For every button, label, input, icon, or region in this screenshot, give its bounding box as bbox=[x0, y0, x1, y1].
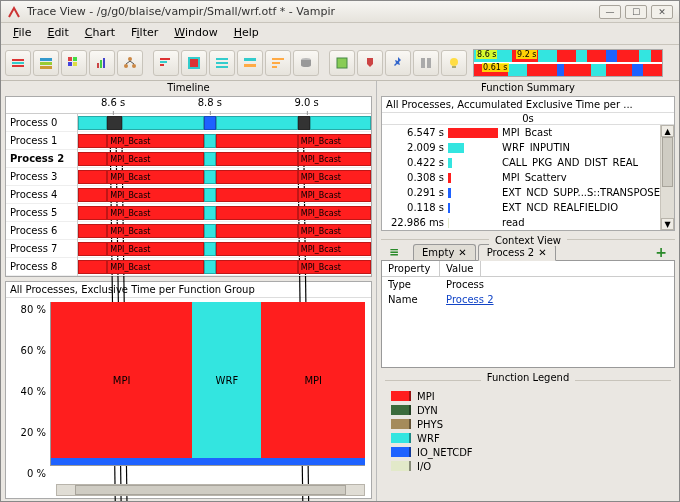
legend-item[interactable]: WRF bbox=[385, 431, 671, 445]
track-row[interactable]: MPI_BcastMPI_Bcast bbox=[78, 150, 371, 168]
trace-segment[interactable]: MPI_Bcast bbox=[298, 206, 371, 220]
trace-segment[interactable] bbox=[216, 260, 298, 274]
trace-segment[interactable] bbox=[204, 134, 216, 148]
trace-segment[interactable] bbox=[310, 116, 372, 130]
trace-segment[interactable] bbox=[216, 134, 298, 148]
trace-segment[interactable] bbox=[204, 242, 216, 256]
summary-row[interactable]: 0.118 s EXT_NCD_REALFIELDIO bbox=[382, 200, 660, 215]
track-row[interactable]: MPI_BcastMPI_Bcast bbox=[78, 132, 371, 150]
tool-compare-icon[interactable] bbox=[413, 50, 439, 76]
funcgroup-bar[interactable]: MPI bbox=[261, 302, 365, 458]
close-icon[interactable]: ✕ bbox=[538, 247, 546, 258]
trace-segment[interactable] bbox=[216, 188, 298, 202]
menu-file[interactable]: File bbox=[5, 23, 39, 44]
track-row[interactable]: MPI_BcastMPI_Bcast bbox=[78, 258, 371, 276]
funcgroup-bar[interactable]: MPI bbox=[51, 302, 192, 458]
scroll-down-icon[interactable]: ▼ bbox=[661, 218, 674, 230]
trace-segment[interactable] bbox=[78, 260, 107, 274]
trace-segment[interactable]: MPI_Bcast bbox=[107, 152, 204, 166]
menu-chart[interactable]: Chart bbox=[77, 23, 123, 44]
trace-segment[interactable] bbox=[122, 116, 204, 130]
trace-segment[interactable]: MPI_Bcast bbox=[298, 134, 371, 148]
trace-segment[interactable]: MPI_Bcast bbox=[107, 170, 204, 184]
tool-summary3-icon[interactable] bbox=[209, 50, 235, 76]
summary-row[interactable]: 0.422 s CALL_PKG_AND_DIST_REAL bbox=[382, 155, 660, 170]
menu-filter[interactable]: Filter bbox=[123, 23, 166, 44]
timeline-tracks[interactable]: MPI_BcastMPI_BcastMPI_BcastMPI_BcastMPI_… bbox=[78, 114, 371, 276]
tool-marker-icon[interactable] bbox=[357, 50, 383, 76]
process-label[interactable]: Process 7 bbox=[6, 240, 77, 258]
trace-segment[interactable] bbox=[204, 206, 216, 220]
maximize-button[interactable]: ☐ bbox=[625, 5, 647, 19]
tool-matrix-icon[interactable] bbox=[61, 50, 87, 76]
trace-segment[interactable] bbox=[298, 116, 310, 130]
add-tab-button[interactable]: + bbox=[651, 244, 671, 260]
trace-segment[interactable] bbox=[78, 116, 107, 130]
trace-segment[interactable] bbox=[216, 152, 298, 166]
process-label[interactable]: Process 4 bbox=[6, 186, 77, 204]
tool-timeline-icon[interactable] bbox=[5, 50, 31, 76]
process-label[interactable]: Process 2 bbox=[6, 150, 77, 168]
trace-segment[interactable] bbox=[216, 224, 298, 238]
track-row[interactable]: MPI_BcastMPI_Bcast bbox=[78, 222, 371, 240]
legend-item[interactable]: PHYS bbox=[385, 417, 671, 431]
tool-func-icon[interactable] bbox=[329, 50, 355, 76]
summary-row[interactable]: 6.547 s MPI_Bcast bbox=[382, 125, 660, 140]
trace-segment[interactable]: MPI_Bcast bbox=[107, 224, 204, 238]
process-label[interactable]: Process 6 bbox=[6, 222, 77, 240]
scroll-up-icon[interactable]: ▲ bbox=[661, 125, 674, 137]
track-row[interactable]: MPI_BcastMPI_Bcast bbox=[78, 204, 371, 222]
trace-segment[interactable]: MPI_Bcast bbox=[298, 224, 371, 238]
track-row[interactable] bbox=[78, 114, 371, 132]
tool-summary4-icon[interactable] bbox=[237, 50, 263, 76]
trace-segment[interactable] bbox=[204, 188, 216, 202]
trace-segment[interactable] bbox=[78, 134, 107, 148]
overview-thumbnail[interactable]: 8.6 s 9.2 s 0.61 s bbox=[473, 49, 663, 77]
trace-segment[interactable]: MPI_Bcast bbox=[107, 242, 204, 256]
trace-segment[interactable]: MPI_Bcast bbox=[107, 188, 204, 202]
minimize-button[interactable]: — bbox=[599, 5, 621, 19]
trace-segment[interactable] bbox=[78, 224, 107, 238]
tool-pin-icon[interactable] bbox=[385, 50, 411, 76]
trace-segment[interactable] bbox=[78, 170, 107, 184]
tool-barchart-icon[interactable] bbox=[89, 50, 115, 76]
process-label[interactable]: Process 3 bbox=[6, 168, 77, 186]
menu-edit[interactable]: Edit bbox=[39, 23, 76, 44]
close-button[interactable]: ✕ bbox=[651, 5, 673, 19]
legend-item[interactable]: IO_NETCDF bbox=[385, 445, 671, 459]
trace-segment[interactable] bbox=[216, 206, 298, 220]
funcgroup-hscroll[interactable] bbox=[56, 484, 365, 496]
trace-segment[interactable] bbox=[204, 224, 216, 238]
tool-io-icon[interactable] bbox=[293, 50, 319, 76]
trace-segment[interactable]: MPI_Bcast bbox=[107, 134, 204, 148]
legend-item[interactable]: DYN bbox=[385, 403, 671, 417]
process-label[interactable]: Process 5 bbox=[6, 204, 77, 222]
trace-segment[interactable]: MPI_Bcast bbox=[298, 242, 371, 256]
prop-value[interactable]: Process 2 bbox=[440, 292, 499, 307]
tool-stack-icon[interactable] bbox=[33, 50, 59, 76]
summary-vscroll[interactable]: ▲ ▼ bbox=[660, 125, 674, 230]
trace-segment[interactable] bbox=[107, 116, 122, 130]
tool-calltree-icon[interactable] bbox=[117, 50, 143, 76]
summary-row[interactable]: 22.986 ms read bbox=[382, 215, 660, 230]
trace-segment[interactable]: MPI_Bcast bbox=[298, 170, 371, 184]
process-label[interactable]: Process 8 bbox=[6, 258, 77, 276]
context-tab[interactable]: Empty ✕ bbox=[413, 244, 476, 260]
context-tab[interactable]: Process 2 ✕ bbox=[478, 244, 556, 261]
titlebar[interactable]: Trace View - /g/g0/blaise/vampir/Small/w… bbox=[1, 1, 679, 23]
tool-summary5-icon[interactable] bbox=[265, 50, 291, 76]
trace-segment[interactable] bbox=[216, 242, 298, 256]
trace-segment[interactable]: MPI_Bcast bbox=[298, 260, 371, 274]
tool-bulb-icon[interactable] bbox=[441, 50, 467, 76]
track-row[interactable]: MPI_BcastMPI_Bcast bbox=[78, 168, 371, 186]
trace-segment[interactable] bbox=[204, 116, 216, 130]
trace-segment[interactable] bbox=[78, 206, 107, 220]
trace-segment[interactable]: MPI_Bcast bbox=[107, 260, 204, 274]
funcgroup-bar[interactable]: WRF bbox=[192, 302, 261, 458]
trace-segment[interactable] bbox=[216, 116, 298, 130]
trace-segment[interactable] bbox=[78, 242, 107, 256]
funcgroup-plot[interactable]: MPIWRFMPI bbox=[50, 302, 365, 466]
legend-item[interactable]: MPI bbox=[385, 389, 671, 403]
legend-item[interactable]: I/O bbox=[385, 459, 671, 473]
trace-segment[interactable] bbox=[204, 170, 216, 184]
